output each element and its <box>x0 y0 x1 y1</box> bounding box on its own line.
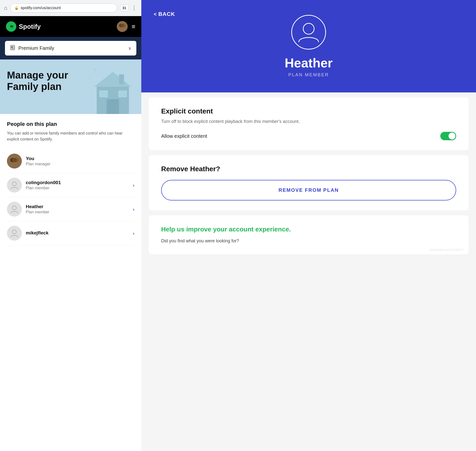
spotify-header: Spotify ≡ <box>0 16 141 37</box>
hero-title: Manage your Family plan <box>7 69 134 92</box>
svg-point-22 <box>12 230 16 234</box>
section-desc: You can add or remove family members and… <box>7 130 134 142</box>
svg-rect-12 <box>107 99 119 114</box>
spotify-logo[interactable]: Spotify <box>6 21 41 32</box>
calendar-badge[interactable]: 31 <box>120 5 128 11</box>
member-name: You <box>26 156 134 161</box>
list-item[interactable]: You Plan manager <box>7 149 134 173</box>
header-right: ≡ <box>117 21 135 32</box>
watermark: ANDROID AUTHORITY <box>429 248 464 252</box>
member-name: colingordon001 <box>26 180 129 185</box>
member-role: Plan member <box>26 210 129 214</box>
back-button[interactable]: < BACK <box>154 11 175 17</box>
list-item[interactable]: colingordon001 Plan member › <box>7 173 134 197</box>
card-title: Explicit content <box>161 107 456 115</box>
address-bar[interactable]: 🔒 spotify.com/us/account <box>10 3 117 12</box>
member-info: colingordon001 Plan member <box>26 180 129 190</box>
svg-point-4 <box>120 24 124 27</box>
plan-selector: Premium Family ∨ <box>0 37 141 59</box>
toggle-row: Allow explicit content <box>161 132 456 140</box>
back-label: BACK <box>158 11 175 17</box>
chevron-right-icon: › <box>133 206 134 212</box>
avatar <box>7 226 22 241</box>
avatar <box>7 154 22 169</box>
hero-section: Manage your Family plan <box>0 59 141 114</box>
more-icon[interactable]: ⋮ <box>131 5 137 11</box>
svg-point-21 <box>12 206 16 210</box>
left-panel: ⌂ 🔒 spotify.com/us/account 31 ⋮ Spotify <box>0 0 141 451</box>
spotify-icon <box>6 21 16 32</box>
svg-point-23 <box>303 23 314 34</box>
member-name: Heather <box>26 204 129 209</box>
content-area: Explicit content Turn off to block expli… <box>141 92 476 451</box>
plan-label: Premium Family <box>18 45 125 51</box>
member-header: < BACK Heather PLAN MEMBER <box>141 0 476 92</box>
people-section: People on this plan You can add or remov… <box>0 114 141 451</box>
member-info: mikejfleck <box>26 230 129 236</box>
svg-point-20 <box>12 182 16 186</box>
list-item[interactable]: Heather Plan member › <box>7 197 134 221</box>
svg-point-19 <box>12 158 17 162</box>
remove-card: Remove Heather? REMOVE FROM PLAN <box>149 155 469 210</box>
svg-rect-9 <box>11 48 14 49</box>
chevron-right-icon: › <box>133 182 134 188</box>
svg-rect-6 <box>11 46 13 48</box>
improve-title: Help us improve your account experience. <box>161 225 456 234</box>
avatar <box>7 202 22 217</box>
member-name: mikejfleck <box>26 230 129 236</box>
list-item[interactable]: mikejfleck › <box>7 221 134 245</box>
right-panel: < BACK Heather PLAN MEMBER Explicit cont… <box>141 0 476 451</box>
member-avatar-large <box>291 15 326 50</box>
member-info: Heather Plan member <box>26 204 129 214</box>
member-info: You Plan manager <box>26 156 134 166</box>
explicit-content-card: Explicit content Turn off to block expli… <box>149 97 469 150</box>
back-chevron-icon: < <box>154 11 157 17</box>
chevron-right-icon: › <box>133 230 134 236</box>
plan-icon <box>10 45 15 52</box>
remove-from-plan-button[interactable]: REMOVE FROM PLAN <box>161 180 456 200</box>
member-list: You Plan manager colingordon001 Plan mem… <box>7 149 134 245</box>
improve-desc: Did you find what you were looking for? <box>161 238 456 244</box>
svg-rect-8 <box>13 47 14 48</box>
avatar[interactable] <box>117 21 128 32</box>
address-text: spotify.com/us/account <box>21 6 61 10</box>
hamburger-icon[interactable]: ≡ <box>132 23 135 30</box>
lock-icon: 🔒 <box>14 6 19 10</box>
section-title: People on this plan <box>7 121 134 127</box>
toggle-knob <box>448 133 455 140</box>
member-role: Plan member <box>26 186 129 190</box>
plan-dropdown[interactable]: Premium Family ∨ <box>5 41 136 56</box>
browser-chrome: ⌂ 🔒 spotify.com/us/account 31 ⋮ <box>0 0 141 16</box>
chevron-down-icon: ∨ <box>128 46 131 51</box>
toggle-label: Allow explicit content <box>161 133 207 139</box>
member-role: Plan manager <box>26 162 134 166</box>
explicit-content-toggle[interactable] <box>440 132 456 140</box>
member-header-role: PLAN MEMBER <box>288 72 329 78</box>
member-header-name: Heather <box>285 56 333 70</box>
home-icon[interactable]: ⌂ <box>4 5 7 11</box>
spotify-logo-text: Spotify <box>19 23 41 30</box>
remove-title: Remove Heather? <box>161 165 456 173</box>
improve-card: Help us improve your account experience.… <box>149 215 469 254</box>
svg-rect-7 <box>13 46 14 47</box>
avatar <box>7 178 22 193</box>
card-desc: Turn off to block explicit content playb… <box>161 118 456 125</box>
